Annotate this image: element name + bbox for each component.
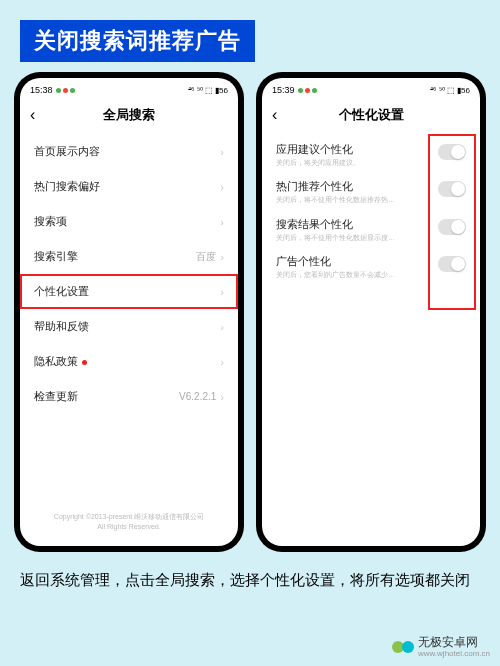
toggle-switch[interactable] <box>438 256 466 272</box>
toggle-row: 应用建议个性化关闭后，将关闭应用建议。 <box>262 134 480 171</box>
row-label: 搜索引擎 <box>34 249 78 264</box>
instruction-banner: 关闭搜索词推荐广告 <box>20 20 255 62</box>
chevron-right-icon: › <box>220 391 224 403</box>
toggle-list: 应用建议个性化关闭后，将关闭应用建议。热门推荐个性化关闭后，将不使用个性化数据推… <box>262 132 480 546</box>
row-label: 帮助和反馈 <box>34 319 89 334</box>
chevron-right-icon: › <box>220 321 224 333</box>
toggle-description: 关闭后，您看到的广告数量不会减少，但将不使用个性化数据显示广告。 <box>276 271 396 279</box>
settings-row[interactable]: 检查更新V6.2.2.1› <box>20 379 238 414</box>
settings-list: 首页展示内容›热门搜索偏好›搜索项›搜索引擎百度›个性化设置›帮助和反馈›隐私政… <box>20 132 238 504</box>
title-bar: ‹ 个性化设置 <box>262 98 480 132</box>
toggle-switch[interactable] <box>438 144 466 160</box>
row-value: V6.2.2.1› <box>179 391 224 403</box>
row-label: 检查更新 <box>34 389 78 404</box>
toggle-label: 热门推荐个性化 <box>276 179 430 194</box>
page-title: 个性化设置 <box>339 106 404 124</box>
status-bar: 15:38 ⁴⁶ ⁵⁰ ⬚ ▮56 <box>20 78 238 98</box>
status-signal: ⁴⁶ ⁵⁰ ⬚ ▮56 <box>430 86 470 95</box>
row-label: 个性化设置 <box>34 284 89 299</box>
row-label: 首页展示内容 <box>34 144 100 159</box>
settings-row[interactable]: 首页展示内容› <box>20 134 238 169</box>
phone-left: 15:38 ⁴⁶ ⁵⁰ ⬚ ▮56 ‹ 全局搜索 首页展示内容›热门搜索偏好›搜… <box>14 72 244 552</box>
chevron-right-icon: › <box>220 356 224 368</box>
settings-row[interactable]: 个性化设置› <box>20 274 238 309</box>
toggle-row: 搜索结果个性化关闭后，将不使用个性化数据显示搜索结果及对结果排序。 <box>262 209 480 246</box>
toggle-description: 关闭后，将不使用个性化数据显示搜索结果及对结果排序。 <box>276 234 396 242</box>
toggle-description: 关闭后，将关闭应用建议。 <box>276 159 396 167</box>
settings-row[interactable]: 搜索引擎百度› <box>20 239 238 274</box>
row-value: › <box>220 321 224 333</box>
row-label: 搜索项 <box>34 214 67 229</box>
row-value: › <box>220 216 224 228</box>
chevron-right-icon: › <box>220 286 224 298</box>
toggle-label: 应用建议个性化 <box>276 142 430 157</box>
toggle-row: 热门推荐个性化关闭后，将不使用个性化数据推荐热门推荐内容。 <box>262 171 480 208</box>
back-icon[interactable]: ‹ <box>272 106 277 124</box>
new-dot-icon <box>82 360 87 365</box>
settings-row[interactable]: 搜索项› <box>20 204 238 239</box>
settings-row[interactable]: 帮助和反馈› <box>20 309 238 344</box>
status-bar: 15:39 ⁴⁶ ⁵⁰ ⬚ ▮56 <box>262 78 480 98</box>
settings-row[interactable]: 隐私政策› <box>20 344 238 379</box>
toggle-row: 广告个性化关闭后，您看到的广告数量不会减少，但将不使用个性化数据显示广告。 <box>262 246 480 283</box>
instruction-caption: 返回系统管理，点击全局搜索，选择个性化设置，将所有选项都关闭 <box>20 568 480 592</box>
toggle-switch[interactable] <box>438 181 466 197</box>
status-signal: ⁴⁶ ⁵⁰ ⬚ ▮56 <box>188 86 228 95</box>
toggle-label: 搜索结果个性化 <box>276 217 430 232</box>
watermark-url: www.wjhotel.com.cn <box>418 649 490 658</box>
back-icon[interactable]: ‹ <box>30 106 35 124</box>
toggle-description: 关闭后，将不使用个性化数据推荐热门推荐内容。 <box>276 196 396 204</box>
row-label: 隐私政策 <box>34 354 87 369</box>
row-value: 百度› <box>196 250 224 264</box>
watermark-name: 无极安卓网 <box>418 636 490 649</box>
row-value: › <box>220 356 224 368</box>
watermark: 无极安卓网 www.wjhotel.com.cn <box>392 636 490 658</box>
copyright-footer: Copyright ©2013-present 维沃移动通信有限公司 All R… <box>20 504 238 546</box>
chevron-right-icon: › <box>220 146 224 158</box>
screen-right: 15:39 ⁴⁶ ⁵⁰ ⬚ ▮56 ‹ 个性化设置 应用建议个性化关闭后，将关闭… <box>262 78 480 546</box>
status-time: 15:39 <box>272 85 295 95</box>
row-value: › <box>220 146 224 158</box>
chevron-right-icon: › <box>220 181 224 193</box>
title-bar: ‹ 全局搜索 <box>20 98 238 132</box>
page-title: 全局搜索 <box>103 106 155 124</box>
row-value: › <box>220 286 224 298</box>
watermark-icon <box>392 636 414 658</box>
phone-right: 15:39 ⁴⁶ ⁵⁰ ⬚ ▮56 ‹ 个性化设置 应用建议个性化关闭后，将关闭… <box>256 72 486 552</box>
settings-row[interactable]: 热门搜索偏好› <box>20 169 238 204</box>
chevron-right-icon: › <box>220 251 224 263</box>
chevron-right-icon: › <box>220 216 224 228</box>
phone-pair: 15:38 ⁴⁶ ⁵⁰ ⬚ ▮56 ‹ 全局搜索 首页展示内容›热门搜索偏好›搜… <box>14 72 486 552</box>
row-value: › <box>220 181 224 193</box>
toggle-label: 广告个性化 <box>276 254 430 269</box>
toggle-switch[interactable] <box>438 219 466 235</box>
row-label: 热门搜索偏好 <box>34 179 100 194</box>
status-time: 15:38 <box>30 85 53 95</box>
screen-left: 15:38 ⁴⁶ ⁵⁰ ⬚ ▮56 ‹ 全局搜索 首页展示内容›热门搜索偏好›搜… <box>20 78 238 546</box>
